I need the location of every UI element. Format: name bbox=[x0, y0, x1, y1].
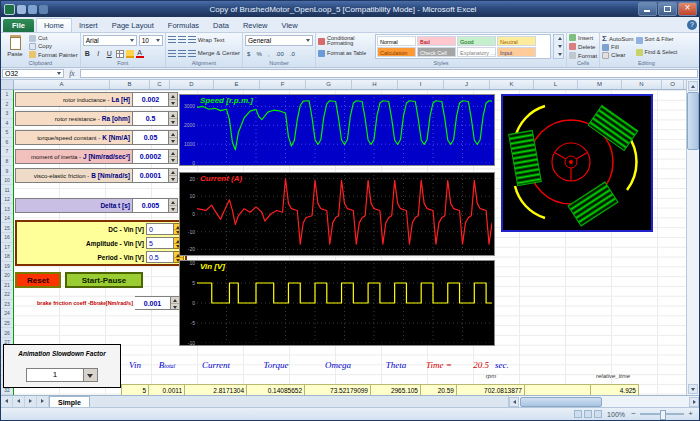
tab-data[interactable]: Data bbox=[206, 19, 236, 32]
font-size-select[interactable]: 10 bbox=[139, 35, 163, 46]
column-header-D[interactable]: D bbox=[170, 80, 214, 89]
maximize-button[interactable] bbox=[658, 2, 677, 16]
column-header-I[interactable]: I bbox=[398, 80, 444, 89]
help-icon[interactable] bbox=[687, 20, 697, 30]
font-color-icon[interactable]: A bbox=[136, 49, 144, 58]
decrease-decimal-button[interactable]: .0 bbox=[288, 50, 297, 58]
align-right-icon[interactable] bbox=[188, 50, 196, 57]
row-header-20[interactable]: 20 bbox=[1, 271, 13, 281]
increase-decimal-button[interactable]: .00 bbox=[273, 50, 285, 58]
cell-style-input[interactable]: Input bbox=[497, 47, 536, 57]
vin-chart[interactable]: Vin [V] 1050-5-10 bbox=[179, 260, 495, 346]
param-value[interactable]: 0.0001 bbox=[133, 168, 169, 183]
param-value[interactable]: 0.005 bbox=[133, 198, 169, 213]
row-header-6[interactable]: 6 bbox=[1, 138, 13, 148]
result-relative-time[interactable]: 4.925 bbox=[591, 384, 639, 395]
spinner-b[interactable] bbox=[169, 168, 178, 183]
align-bottom-icon[interactable] bbox=[188, 36, 196, 43]
result-rpm[interactable]: 702.0813877 bbox=[457, 384, 525, 395]
spinner-down-icon[interactable] bbox=[169, 119, 177, 125]
zoom-out-icon[interactable]: − bbox=[629, 410, 638, 418]
format-cells-button[interactable]: Format bbox=[569, 52, 597, 59]
number-format-select[interactable]: General bbox=[245, 35, 313, 46]
vertical-scroll-thumb[interactable] bbox=[687, 92, 699, 150]
cut-button[interactable]: Cut bbox=[29, 35, 78, 42]
row-header-14[interactable]: 14 bbox=[1, 214, 13, 224]
scroll-down-icon[interactable] bbox=[688, 384, 698, 394]
reset-button[interactable]: Reset bbox=[15, 272, 61, 288]
currency-button[interactable]: $ bbox=[245, 50, 252, 58]
row-header-16[interactable]: 16 bbox=[1, 233, 13, 243]
fill-button[interactable]: Fill bbox=[602, 44, 634, 51]
column-header-A[interactable]: A bbox=[14, 80, 110, 89]
formula-input[interactable] bbox=[80, 69, 698, 78]
find-select-button[interactable]: Find & Select bbox=[636, 49, 691, 56]
borders-icon[interactable] bbox=[116, 50, 124, 58]
row-header-15[interactable]: 15 bbox=[1, 223, 13, 233]
column-header-H[interactable]: H bbox=[352, 80, 398, 89]
row-header-13[interactable]: 13 bbox=[1, 204, 13, 214]
vin-dc-value[interactable]: 0 bbox=[146, 223, 174, 235]
row-header-3[interactable]: 3 bbox=[1, 109, 13, 119]
zoom-slider-thumb[interactable] bbox=[660, 410, 666, 420]
vin-amplitude-value[interactable]: 5 bbox=[146, 237, 174, 249]
scroll-right-icon[interactable] bbox=[689, 397, 699, 407]
sheet-tab-simple[interactable]: Simple bbox=[49, 396, 90, 407]
spinner-up-icon[interactable] bbox=[169, 169, 177, 176]
conditional-formatting-button[interactable]: Conditional Formatting bbox=[318, 36, 373, 48]
row-header-10[interactable]: 10 bbox=[1, 176, 13, 186]
row-header-4[interactable]: 4 bbox=[1, 119, 13, 129]
row-header-19[interactable]: 19 bbox=[1, 262, 13, 272]
tab-formulas[interactable]: Formulas bbox=[161, 19, 206, 32]
row-header-17[interactable]: 17 bbox=[1, 243, 13, 253]
align-middle-icon[interactable] bbox=[178, 36, 186, 43]
result-time[interactable]: 20.59 bbox=[421, 384, 457, 395]
bold-button[interactable]: B bbox=[83, 50, 92, 57]
spinner-dt[interactable] bbox=[169, 198, 178, 213]
underline-button[interactable]: U bbox=[105, 50, 114, 57]
percent-button[interactable]: % bbox=[254, 50, 263, 58]
spinner-up-icon[interactable] bbox=[169, 150, 177, 157]
cell-style-bad[interactable]: Bad bbox=[417, 36, 456, 46]
animation-slowdown-select[interactable]: 1 bbox=[26, 368, 98, 382]
name-box[interactable]: O32 bbox=[2, 69, 64, 78]
row-header-18[interactable]: 18 bbox=[1, 252, 13, 262]
row-header-2[interactable]: 2 bbox=[1, 100, 13, 110]
column-header-L[interactable]: L bbox=[534, 80, 578, 89]
result-empty[interactable] bbox=[525, 384, 591, 395]
cell-style-explanatory-[interactable]: Explanatory ... bbox=[457, 47, 496, 57]
spinner-up-icon[interactable] bbox=[169, 112, 177, 119]
column-header-N[interactable]: N bbox=[622, 80, 662, 89]
fill-color-icon[interactable] bbox=[126, 50, 134, 58]
param-value[interactable]: 0.05 bbox=[133, 130, 169, 145]
spinner-j[interactable] bbox=[169, 149, 178, 164]
align-left-icon[interactable] bbox=[168, 50, 176, 57]
scroll-left-icon[interactable] bbox=[509, 397, 519, 407]
vin-period-value[interactable]: 0.5 bbox=[146, 251, 174, 263]
start-pause-button[interactable]: Start-Pause bbox=[65, 272, 143, 288]
spinner-up-icon[interactable] bbox=[169, 93, 177, 100]
row-header-24[interactable]: 24 bbox=[1, 309, 13, 319]
copy-button[interactable]: Copy bbox=[29, 43, 78, 50]
row-header-5[interactable]: 5 bbox=[1, 128, 13, 138]
row-header-21[interactable]: 21 bbox=[1, 281, 13, 291]
horizontal-scrollbar[interactable] bbox=[508, 396, 699, 407]
param-value[interactable]: 0.0002 bbox=[133, 149, 169, 164]
insert-cells-button[interactable]: Insert bbox=[569, 34, 597, 41]
autosum-button[interactable]: ΣAutoSum bbox=[602, 34, 634, 43]
row-header-12[interactable]: 12 bbox=[1, 195, 13, 205]
select-all-corner[interactable] bbox=[1, 80, 14, 89]
normal-view-icon[interactable] bbox=[574, 410, 582, 418]
undo-icon[interactable] bbox=[28, 5, 37, 14]
column-header-B[interactable]: B bbox=[110, 80, 150, 89]
column-header-M[interactable]: M bbox=[578, 80, 622, 89]
redo-icon[interactable] bbox=[39, 5, 48, 14]
result-current[interactable]: 2.8171304 bbox=[185, 384, 247, 395]
spinner-la[interactable] bbox=[169, 92, 178, 107]
worksheet[interactable]: 1234567891011121314151617181920212223242… bbox=[1, 90, 686, 395]
close-button[interactable] bbox=[678, 2, 697, 16]
result-b-total[interactable]: 0.0011 bbox=[149, 384, 185, 395]
result-vin[interactable]: 5 bbox=[121, 384, 149, 395]
spinner-k[interactable] bbox=[169, 130, 178, 145]
param-value[interactable]: 0.002 bbox=[133, 92, 169, 107]
